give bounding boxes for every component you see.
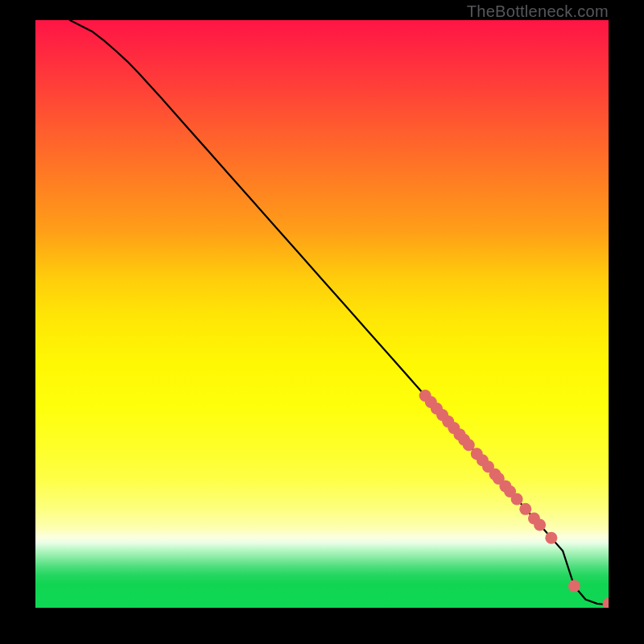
marker-dot [568, 580, 580, 592]
attribution-label: TheBottleneck.com [467, 2, 609, 21]
marker-dot [534, 519, 546, 531]
chart-frame: TheBottleneck.com [0, 0, 644, 644]
plot-area [35, 20, 609, 608]
marker-dot [603, 597, 609, 608]
chart-overlay [35, 20, 609, 608]
marker-dot [511, 493, 523, 505]
marker-group [419, 390, 609, 608]
marker-dot [545, 532, 557, 544]
marker-dot [519, 503, 531, 515]
curve-line [70, 20, 609, 605]
